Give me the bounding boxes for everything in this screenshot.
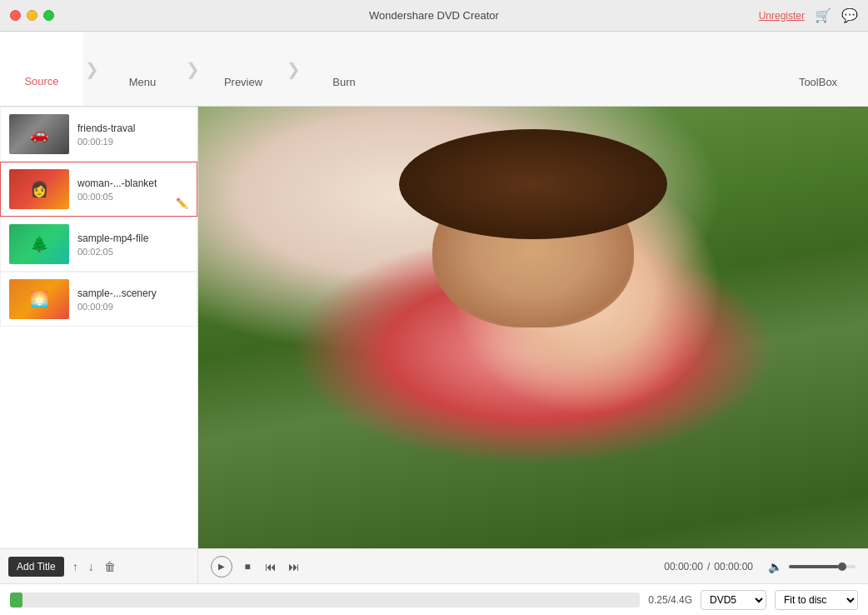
title-bar: Wondershare DVD Creator Unregister 🛒 💬 [0,0,868,32]
arrow-3: ❯ [285,32,302,106]
unregister-link[interactable]: Unregister [759,10,805,22]
sidebar-item-3[interactable]: sample-mp4-file 00:02:05 [0,217,197,272]
current-time: 00:00:00 [664,561,703,572]
preview-label: Preview [224,76,262,88]
nav-bar: Source ❯ Menu ❯ ↻ Preview ❯ [0,32,868,107]
nav-burn[interactable]: Burn [302,32,386,106]
thumbnail-4 [9,279,69,319]
time-separator: / [707,561,710,572]
play-button[interactable]: ▶ [211,556,232,578]
storage-progress [10,592,640,608]
nav-menu[interactable]: Menu [101,32,184,106]
app-title: Wondershare DVD Creator [369,9,499,22]
sidebar-item[interactable]: friends-traval 00:00:19 [0,107,197,162]
move-down-button[interactable]: ↓ [87,558,96,575]
minimize-button[interactable] [27,10,37,21]
maximize-button[interactable] [43,10,54,21]
menu-label: Menu [129,76,157,88]
duration-1: 00:00:19 [77,137,188,147]
thumbnail-2 [9,169,69,209]
duration-4: 00:00:09 [77,302,188,312]
title-bar-actions: Unregister 🛒 💬 [759,8,858,23]
duration-3: 00:02:05 [77,247,188,257]
sidebar-item-4[interactable]: sample-...scenery 00:00:09 [0,272,197,327]
stop-button[interactable]: ■ [239,558,256,575]
sidebar-bottom: Add Title ↑ ↓ 🗑 [0,548,198,583]
nav-source[interactable]: Source [0,32,83,106]
item-info-3: sample-mp4-file 00:02:05 [77,232,188,257]
prev-button[interactable]: ⏮ [262,558,279,575]
volume-icon: 🔈 [768,560,782,573]
item-info-2: woman-...-blanket 00:00:05 [77,178,188,202]
sidebar: friends-traval 00:00:19 woman-...-blanke… [0,107,198,548]
filename-4: sample-...scenery [77,288,188,299]
dvd-format-select[interactable]: DVD5 DVD9 [701,590,766,610]
preview-video [198,107,868,548]
item-info-1: friends-traval 00:00:19 [77,122,188,147]
item-info-4: sample-...scenery 00:00:09 [77,288,188,312]
thumbnail-3 [9,224,69,264]
arrow-2: ❯ [184,32,202,106]
volume-knob [838,562,846,571]
status-bar: 0.25/4.4G DVD5 DVD9 Fit to disc 16:9 4:3 [0,583,868,615]
time-display: 00:00:00 / 00:00:00 [664,561,753,572]
delete-button[interactable]: 🗑 [102,558,117,575]
progress-fill [10,592,22,608]
sidebar-item-selected[interactable]: woman-...-blanket 00:00:05 ✏️ [0,162,197,217]
edit-icon[interactable]: ✏️ [176,198,188,209]
burn-label: Burn [332,76,355,88]
preview-area [198,107,868,548]
toolbox-label: ToolBox [799,76,837,88]
next-button[interactable]: ⏭ [286,558,302,575]
source-label: Source [24,75,58,88]
arrow-1: ❯ [83,32,101,106]
duration-2: 00:00:05 [77,192,188,202]
volume-slider[interactable] [789,565,856,568]
nav-toolbox[interactable]: ToolBox [776,32,860,106]
playback-bar: ▶ ■ ⏮ ⏭ 00:00:00 / 00:00:00 🔈 [198,548,868,583]
total-time: 00:00:00 [714,561,753,572]
move-up-button[interactable]: ↑ [71,558,80,575]
filename-3: sample-mp4-file [77,232,188,244]
volume-fill [789,565,839,568]
message-icon[interactable]: 💬 [841,8,858,23]
nav-preview[interactable]: ↻ Preview [202,32,285,106]
bottom-row: Add Title ↑ ↓ 🗑 ▶ ■ ⏮ ⏭ 00:00:00 / 00:00… [0,548,868,583]
traffic-lights [10,10,54,21]
nav-spacer [386,32,776,106]
fit-select[interactable]: Fit to disc 16:9 4:3 [775,590,858,610]
close-button[interactable] [10,10,21,21]
storage-text: 0.25/4.4G [648,594,692,606]
cart-icon[interactable]: 🛒 [815,8,831,23]
thumbnail-1 [9,114,69,154]
filename-2: woman-...-blanket [77,178,188,189]
add-title-button[interactable]: Add Title [8,557,64,577]
filename-1: friends-traval [77,122,188,134]
